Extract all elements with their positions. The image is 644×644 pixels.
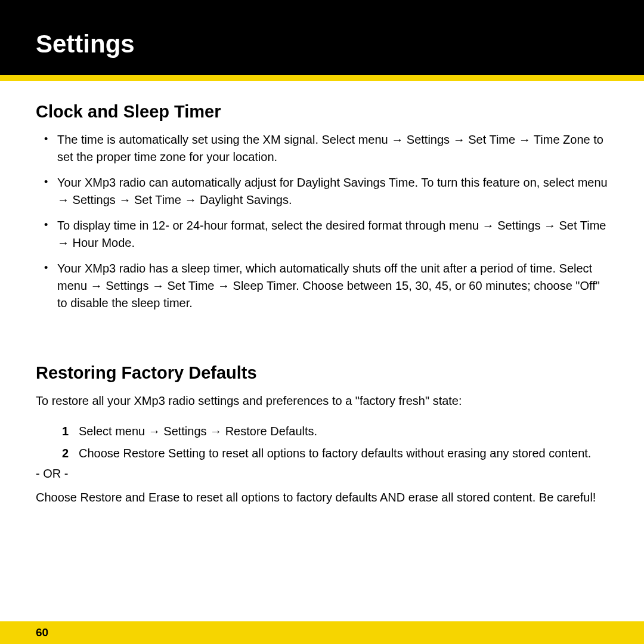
accent-bar [0,75,644,81]
list-item: Your XMp3 radio has a sleep timer, which… [57,260,608,312]
footer-bar: 60 [0,621,644,644]
list-item: Select menu → Settings → Restore Default… [79,423,608,440]
list-item: Your XMp3 radio can automatically adjust… [57,174,608,209]
restore-intro: To restore all your XMp3 radio settings … [36,392,608,410]
page-title: Settings [36,30,608,58]
list-item: To display time in 12- or 24-hour format… [57,217,608,252]
section-heading-clock: Clock and Sleep Timer [36,102,608,122]
list-item: Choose Restore Setting to reset all opti… [79,445,608,462]
restore-step-list: Select menu → Settings → Restore Default… [36,423,608,462]
clock-bullet-list: The time is automatically set using the … [36,131,608,312]
or-separator: - OR - [36,467,608,481]
page-number: 60 [36,626,48,639]
header-bar: Settings [0,0,644,75]
page-content: Clock and Sleep Timer The time is automa… [0,81,644,506]
section-heading-restore: Restoring Factory Defaults [36,363,608,383]
restore-erase-para: Choose Restore and Erase to reset all op… [36,489,608,506]
list-item: The time is automatically set using the … [57,131,608,166]
